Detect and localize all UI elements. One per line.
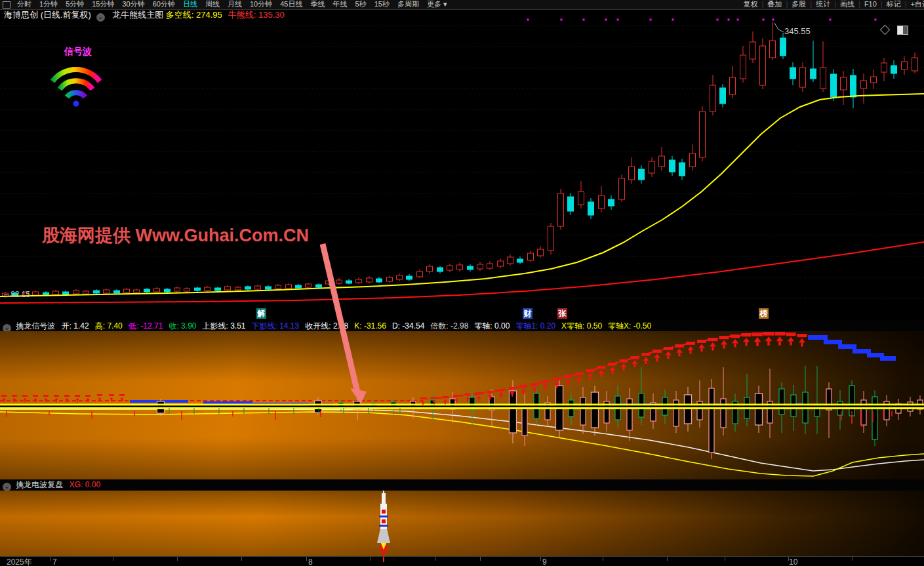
axis-tick [371,557,371,561]
field-D: D: -34.54 [392,321,424,331]
event-marker-榜[interactable]: 榜 [759,308,769,319]
field-高: 高: 7.40 [95,321,123,331]
toolbar-item-+自选[interactable]: +自选 [907,0,924,9]
replay-panel-header: ⌄ 擒龙电波复盘 XG: 0.00 [0,479,924,491]
field-零轴: 零轴: 0.00 [474,321,510,331]
field-XG: XG: 0.00 [70,480,100,489]
field-零轴1: 零轴1: 0.20 [515,321,555,331]
axis-month-8: 8 [308,557,313,566]
axis-month-7: 7 [52,557,57,566]
main-price-chart[interactable] [0,9,924,321]
period-item-5分钟[interactable]: 5分钟 [62,0,88,9]
axis-tick [177,557,178,561]
period-item-10分钟[interactable]: 10分钟 [246,0,276,9]
replay-panel-title: 擒龙电波复盘 [16,480,63,489]
rocket-icon [0,491,924,556]
axis-tick [667,557,668,561]
period-item-15分钟[interactable]: 15分钟 [88,0,118,9]
field-下影线: 下影线: 14.13 [252,321,300,331]
watermark-text: 股海网提供 Www.Guhai.Com.CN [42,224,309,247]
signal-panel-title: 擒龙信号波 [16,321,55,331]
period-item-月线[interactable]: 月线 [224,0,246,9]
period-item-5秒[interactable]: 5秒 [352,0,371,9]
period-item-1分钟[interactable]: 1分钟 [35,0,62,9]
left-price-label: ←82.15 [3,290,30,299]
field-上影线: 上影线: 3.51 [202,321,245,331]
field-收: 收: 3.90 [169,321,196,331]
axis-tick [241,557,242,561]
toolbar-item-统计[interactable]: 统计 [812,0,834,9]
period-item-45日线[interactable]: 45日线 [276,0,306,9]
signal-logo-label: 信号波 [55,46,101,58]
period-item-周线[interactable]: 周线 [201,0,224,9]
field-K: K: -31.56 [354,321,386,331]
field-开: 开: 1.42 [62,321,89,331]
axis-tick [853,557,853,561]
window-icon[interactable] [3,1,10,9]
period-item-季线[interactable]: 季线 [307,0,329,9]
period-item-多周期[interactable]: 多周期 [393,0,423,9]
axis-tick [603,557,603,561]
period-item-日线[interactable]: 日线 [179,0,201,9]
period-item-更多 ▾[interactable]: 更多 ▾ [423,0,451,9]
signal-wave-chart [0,331,924,479]
axis-tick [306,557,307,561]
toolbar-menu-items: 复权|叠加|多股|统计|画线|F10|标记|+自选 [740,0,924,9]
toolbar-item-叠加[interactable]: 叠加 [763,0,786,9]
axis-month-9: 9 [542,557,547,566]
replay-panel-values: XG: 0.00 [70,480,106,489]
event-marker-财[interactable]: 财 [523,308,532,319]
period-item-分时[interactable]: 分时 [13,0,35,9]
high-price-label: 345.55 [784,26,811,36]
rocket-axis-tick [383,557,384,562]
event-marker-张[interactable]: 张 [557,308,567,319]
toolbar-item-F10[interactable]: F10 [860,0,881,9]
axis-tick [435,557,435,561]
date-axis: 2025年 78910 [0,556,924,566]
trading-app-window: 分时1分钟5分钟15分钟30分钟60分钟日线周线月线10分钟45日线季线年线5秒… [0,0,924,566]
axis-tick [113,557,113,561]
toolbar-item-多股[interactable]: 多股 [788,0,810,9]
axis-year-label: 2025年 [7,557,32,566]
toolbar-item-标记[interactable]: 标记 [883,0,905,9]
field-倍数: 倍数: -2.98 [430,321,468,331]
event-marker-解[interactable]: 解 [256,308,266,319]
axis-tick [725,557,725,561]
axis-month-10: 10 [789,557,797,566]
split-pane-icon[interactable] [897,26,908,35]
period-item-60分钟[interactable]: 60分钟 [149,0,179,9]
signal-panel-values: 开: 1.42高: 7.40低: -12.71收: 3.90上影线: 3.51下… [62,321,657,331]
axis-tick [50,557,51,561]
diamond-tool-icon[interactable] [881,26,889,33]
period-item-年线[interactable]: 年线 [329,0,352,9]
field-零轴X: 零轴X: -0.50 [608,321,651,331]
signal-panel-header: ⌄ 擒龙信号波 开: 1.42高: 7.40低: -12.71收: 3.90上影… [0,321,924,331]
period-item-30分钟[interactable]: 30分钟 [119,0,149,9]
period-menubar: 分时1分钟5分钟15分钟30分钟60分钟日线周线月线10分钟45日线季线年线5秒… [0,0,924,10]
toolbar-item-画线[interactable]: 画线 [836,0,858,9]
field-X零轴: X零轴: 0.50 [561,321,602,331]
axis-tick [540,557,541,561]
field-收开线: 收开线: 2.48 [305,321,348,331]
axis-tick [480,557,481,561]
period-menu-items: 分时1分钟5分钟15分钟30分钟60分钟日线周线月线10分钟45日线季线年线5秒… [13,0,451,8]
toolbar-item-复权[interactable]: 复权 [740,0,762,9]
period-item-15秒[interactable]: 15秒 [371,0,393,9]
field-低: 低: -12.71 [129,321,163,331]
